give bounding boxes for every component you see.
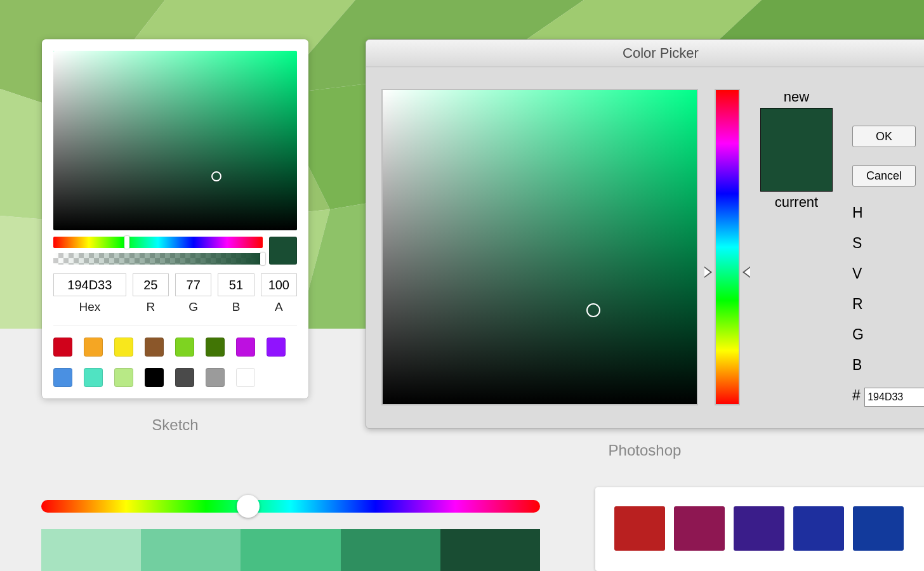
s-row: S: [852, 235, 924, 252]
palette-row: [614, 506, 924, 551]
palette-swatch[interactable]: [734, 506, 784, 551]
sketch-caption: Sketch: [42, 416, 308, 434]
hex-input[interactable]: [53, 273, 126, 296]
preset-swatch[interactable]: [114, 368, 133, 387]
shade-segment[interactable]: [440, 529, 540, 571]
saturation-cursor[interactable]: [211, 171, 221, 181]
alpha-thumb[interactable]: [260, 253, 265, 265]
preset-swatch[interactable]: [175, 368, 194, 387]
color-preview: new current: [760, 89, 833, 405]
h-row: H: [852, 204, 924, 221]
shade-segment[interactable]: [341, 529, 440, 571]
palette-card: [595, 487, 924, 571]
hex-row: #: [852, 387, 924, 407]
new-label: new: [760, 89, 833, 105]
b-label: B: [218, 300, 254, 314]
preset-swatch[interactable]: [175, 338, 194, 357]
window-titlebar[interactable]: Color Picker: [366, 40, 924, 67]
hue-arrow-right-icon[interactable]: [742, 266, 750, 278]
sketch-color-picker: Hex R G B A: [42, 39, 308, 398]
photoshop-color-picker: Color Picker new current OK Cancel H S V…: [366, 39, 924, 429]
preset-swatch[interactable]: [114, 338, 133, 357]
current-label: current: [760, 194, 833, 211]
shade-segments: [41, 529, 540, 571]
alpha-slider[interactable]: [53, 253, 263, 265]
preset-swatch[interactable]: [236, 338, 255, 357]
new-color-box: [760, 108, 833, 192]
v-row: V: [852, 265, 924, 282]
saturation-cursor[interactable]: [586, 303, 600, 317]
g-row: G: [852, 326, 924, 343]
hue-slider[interactable]: [53, 237, 263, 248]
preset-swatch[interactable]: [206, 368, 225, 387]
hex-input[interactable]: [864, 388, 924, 407]
ok-button[interactable]: OK: [852, 126, 916, 147]
g-input[interactable]: [175, 273, 211, 296]
preset-swatch[interactable]: [53, 338, 72, 357]
shade-segment[interactable]: [41, 529, 141, 571]
r-row: R: [852, 296, 924, 313]
preset-swatch[interactable]: [267, 338, 286, 357]
palette-swatch[interactable]: [793, 506, 844, 551]
a-label: A: [261, 300, 297, 314]
photoshop-caption: Photoshop: [366, 442, 924, 459]
preset-swatch[interactable]: [145, 338, 164, 357]
hue-column[interactable]: [715, 89, 740, 405]
hex-label: Hex: [53, 300, 126, 314]
r-input[interactable]: [133, 273, 169, 296]
hue-slider-long[interactable]: [41, 500, 540, 513]
cancel-button[interactable]: Cancel: [852, 165, 916, 187]
b-input[interactable]: [218, 273, 254, 296]
preset-swatch[interactable]: [145, 368, 164, 387]
window-title: Color Picker: [623, 45, 699, 62]
a-input[interactable]: [261, 273, 297, 296]
preset-swatch[interactable]: [53, 368, 72, 387]
shade-segment[interactable]: [241, 529, 340, 571]
palette-swatch[interactable]: [674, 506, 725, 551]
preset-swatches: [53, 325, 297, 398]
preset-swatch[interactable]: [84, 338, 103, 357]
photoshop-fields: OK Cancel H S V R G B #: [852, 126, 924, 420]
current-color-swatch: [269, 237, 297, 265]
shade-segment[interactable]: [141, 529, 241, 571]
saturation-area[interactable]: [381, 89, 698, 405]
palette-swatch[interactable]: [853, 506, 904, 551]
hue-thumb[interactable]: [124, 236, 129, 249]
preset-swatch[interactable]: [236, 368, 255, 387]
g-label: G: [175, 300, 211, 314]
palette-swatch[interactable]: [614, 506, 665, 551]
preset-swatch[interactable]: [206, 338, 225, 357]
saturation-area[interactable]: [53, 51, 297, 230]
hue-long-thumb[interactable]: [237, 495, 260, 518]
b-row: B: [852, 357, 924, 374]
hue-arrow-left-icon[interactable]: [704, 266, 712, 278]
r-label: R: [133, 300, 169, 314]
preset-swatch[interactable]: [84, 368, 103, 387]
